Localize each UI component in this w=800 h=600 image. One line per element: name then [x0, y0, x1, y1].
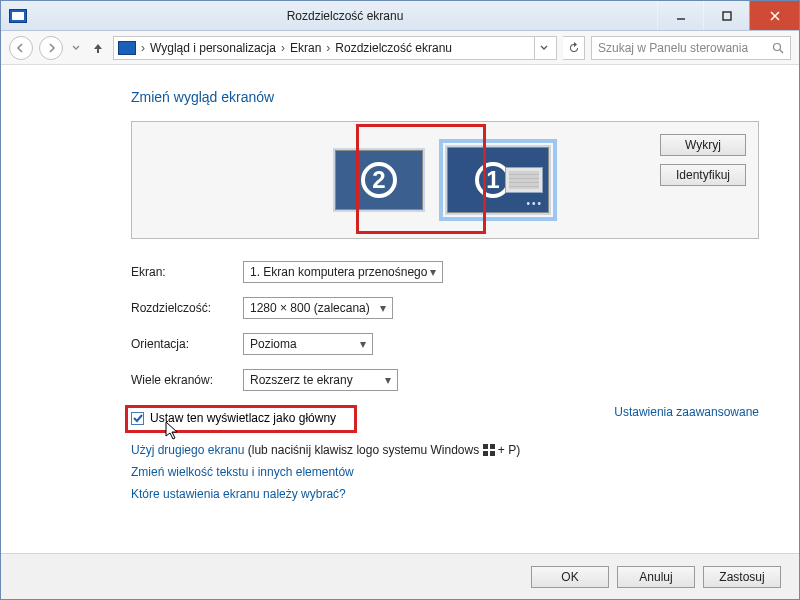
breadcrumb-item[interactable]: Wygląd i personalizacja [150, 41, 276, 55]
window-title: Rozdzielczość ekranu [33, 9, 657, 23]
orientation-select[interactable]: Pozioma ▾ [243, 333, 373, 355]
orientation-label: Orientacja: [131, 337, 243, 351]
identify-button[interactable]: Identyfikuj [660, 164, 746, 186]
screen-label: Ekran: [131, 265, 243, 279]
back-button[interactable] [9, 36, 33, 60]
search-placeholder: Szukaj w Panelu sterowania [598, 41, 772, 55]
breadcrumb-item[interactable]: Rozdzielczość ekranu [335, 41, 452, 55]
multiple-displays-select[interactable]: Rozszerz te ekrany ▾ [243, 369, 398, 391]
apply-button[interactable]: Zastosuj [703, 566, 781, 588]
chevron-right-icon: › [323, 41, 333, 55]
highlight-box [356, 124, 486, 234]
control-panel-icon [118, 41, 136, 55]
chevron-down-icon: ▾ [380, 301, 386, 315]
content-area: Zmień wygląd ekranów 2 1 ••• Wykryj Iden… [1, 65, 799, 515]
chevron-down-icon: ▾ [360, 337, 366, 351]
display-arrangement-box: 2 1 ••• Wykryj Identyfikuj [131, 121, 759, 239]
use-second-screen-link[interactable]: Użyj drugiego ekranu [131, 443, 244, 457]
taskbar-icon: ••• [526, 198, 543, 209]
page-title: Zmień wygląd ekranów [131, 89, 759, 105]
screen-select[interactable]: 1. Ekran komputera przenośnego ▾ [243, 261, 443, 283]
forward-button[interactable] [39, 36, 63, 60]
cursor-icon [165, 421, 181, 441]
windows-logo-icon [483, 444, 495, 456]
svg-rect-1 [723, 12, 731, 20]
chevron-down-icon: ▾ [430, 265, 436, 279]
keyboard-icon [505, 167, 543, 193]
search-input[interactable]: Szukaj w Panelu sterowania [591, 36, 791, 60]
text-size-link[interactable]: Zmień wielkość tekstu i innych elementów [131, 465, 354, 479]
title-bar: Rozdzielczość ekranu [1, 1, 799, 31]
history-dropdown[interactable] [69, 45, 83, 51]
resolution-select[interactable]: 1280 × 800 (zalecana) ▾ [243, 297, 393, 319]
svg-line-5 [780, 50, 783, 53]
advanced-settings-link[interactable]: Ustawienia zaawansowane [614, 405, 759, 429]
up-button[interactable] [89, 39, 107, 57]
multiple-displays-label: Wiele ekranów: [131, 373, 243, 387]
navigation-bar: › Wygląd i personalizacja › Ekran › Rozd… [1, 31, 799, 65]
breadcrumb-dropdown[interactable] [534, 37, 552, 59]
search-icon [772, 42, 784, 54]
chevron-right-icon: › [278, 41, 288, 55]
svg-point-4 [774, 43, 781, 50]
detect-button[interactable]: Wykryj [660, 134, 746, 156]
chevron-down-icon: ▾ [385, 373, 391, 387]
which-settings-link[interactable]: Które ustawienia ekranu należy wybrać? [131, 487, 346, 501]
ok-button[interactable]: OK [531, 566, 609, 588]
minimize-button[interactable] [657, 1, 703, 30]
highlight-box [125, 405, 357, 433]
close-button[interactable] [749, 1, 799, 30]
dialog-footer: OK Anuluj Zastosuj [1, 553, 799, 599]
maximize-button[interactable] [703, 1, 749, 30]
chevron-right-icon: › [138, 41, 148, 55]
breadcrumb-item[interactable]: Ekran [290, 41, 321, 55]
project-link-line: Użyj drugiego ekranu (lub naciśnij klawi… [131, 443, 759, 457]
app-icon [9, 9, 27, 23]
resolution-label: Rozdzielczość: [131, 301, 243, 315]
refresh-button[interactable] [563, 36, 585, 60]
cancel-button[interactable]: Anuluj [617, 566, 695, 588]
breadcrumb[interactable]: › Wygląd i personalizacja › Ekran › Rozd… [113, 36, 557, 60]
